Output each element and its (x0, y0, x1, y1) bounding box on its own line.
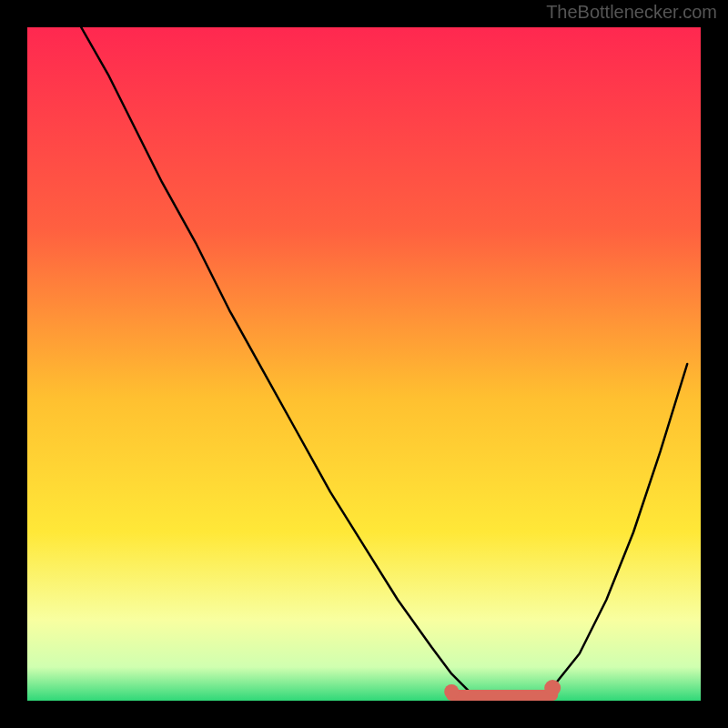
svg-point-2 (544, 680, 561, 696)
gradient-background (27, 27, 701, 701)
chart-svg (27, 27, 701, 701)
svg-point-1 (444, 684, 459, 699)
watermark-text: TheBottlenecker.com (546, 2, 717, 23)
chart-plot (27, 27, 701, 701)
